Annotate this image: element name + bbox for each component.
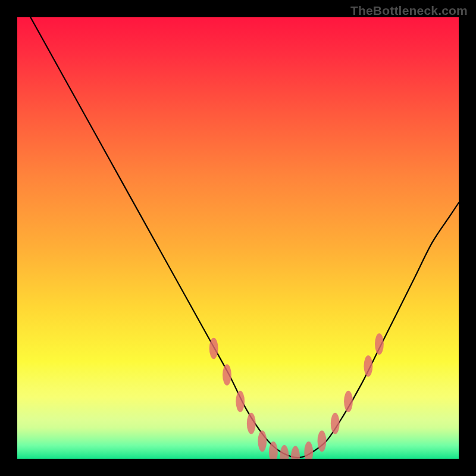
- curve-marker: [209, 338, 218, 359]
- markers-layer: [17, 17, 459, 459]
- curve-marker: [344, 391, 353, 412]
- curve-marker: [269, 441, 278, 459]
- markers-group: [209, 333, 384, 459]
- curve-marker: [247, 413, 256, 434]
- curve-marker: [258, 431, 267, 452]
- plot-area: [17, 17, 459, 459]
- curve-marker: [280, 445, 289, 459]
- watermark-text: TheBottleneck.com: [350, 4, 468, 18]
- curve-marker: [291, 446, 300, 459]
- curve-marker: [223, 364, 231, 386]
- curve-marker: [331, 413, 340, 434]
- curve-marker: [304, 441, 313, 459]
- curve-marker: [375, 333, 384, 355]
- chart-stage: TheBottleneck.com: [0, 0, 476, 476]
- curve-marker: [236, 391, 245, 412]
- curve-marker: [364, 355, 372, 377]
- curve-marker: [318, 431, 327, 452]
